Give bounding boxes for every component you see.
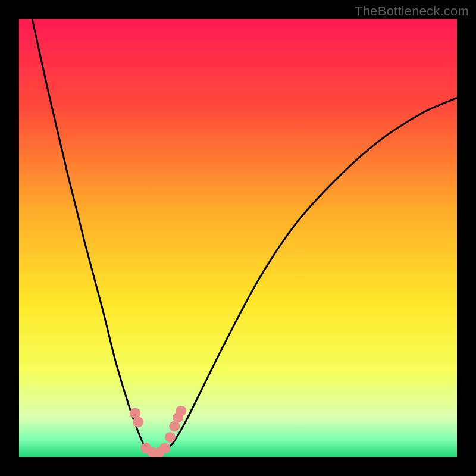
watermark-text: TheBottleneck.com [355, 4, 469, 19]
chart-plot-area [19, 19, 457, 457]
highlight-marker [176, 406, 186, 416]
gradient-background [19, 19, 457, 457]
highlight-marker [159, 443, 170, 453]
highlight-marker [165, 432, 176, 443]
highlight-marker [133, 416, 143, 427]
